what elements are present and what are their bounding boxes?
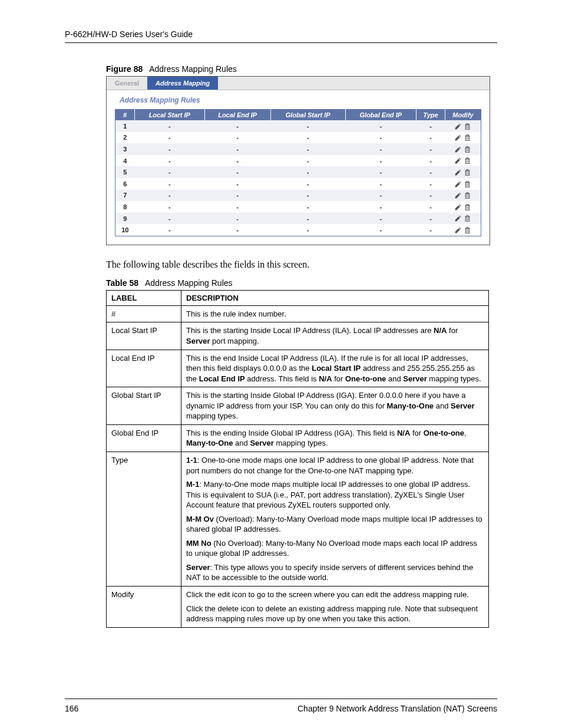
col-global-start-ip: Global Start IP bbox=[270, 110, 345, 121]
desc-index: This is the rule index number. bbox=[181, 305, 489, 322]
cell-global-end-ip: - bbox=[345, 201, 416, 213]
col-type: Type bbox=[416, 110, 445, 121]
tab-address-mapping[interactable]: Address Mapping bbox=[147, 77, 218, 90]
table-row: 3----- bbox=[115, 143, 481, 155]
table-caption: Table 58 Address Mapping Rules bbox=[106, 278, 497, 288]
cell-type: - bbox=[416, 120, 445, 132]
cell-local-start-ip: - bbox=[135, 120, 205, 132]
chapter-title: Chapter 9 Network Address Translation (N… bbox=[297, 704, 497, 713]
label-index: # bbox=[107, 305, 181, 322]
cell-type: - bbox=[416, 166, 445, 178]
cell-index: 3 bbox=[115, 143, 135, 155]
cell-local-end-ip: - bbox=[204, 132, 270, 144]
cell-type: - bbox=[416, 190, 445, 202]
edit-icon[interactable] bbox=[454, 123, 462, 130]
cell-modify bbox=[445, 132, 481, 144]
cell-modify bbox=[445, 178, 481, 190]
edit-icon[interactable] bbox=[454, 180, 462, 188]
delete-icon[interactable] bbox=[464, 180, 471, 188]
cell-type: - bbox=[416, 224, 445, 236]
cell-type: - bbox=[416, 178, 445, 190]
cell-local-end-ip: - bbox=[204, 224, 270, 236]
cell-local-end-ip: - bbox=[204, 166, 270, 178]
cell-type: - bbox=[416, 155, 445, 167]
svg-rect-9 bbox=[466, 229, 470, 233]
col-index: # bbox=[115, 110, 135, 121]
cell-local-start-ip: - bbox=[135, 190, 205, 202]
delete-icon[interactable] bbox=[464, 226, 471, 234]
edit-icon[interactable] bbox=[454, 134, 462, 141]
label-global-start-ip: Global Start IP bbox=[107, 387, 181, 425]
svg-rect-1 bbox=[466, 136, 470, 140]
delete-icon[interactable] bbox=[464, 169, 471, 176]
address-mapping-grid: # Local Start IP Local End IP Global Sta… bbox=[115, 109, 481, 236]
cell-local-start-ip: - bbox=[135, 166, 205, 178]
table-row: 9----- bbox=[115, 213, 481, 225]
figure-number: Figure 88 bbox=[106, 64, 143, 74]
svg-rect-7 bbox=[466, 206, 470, 210]
cell-local-end-ip: - bbox=[204, 120, 270, 132]
desc-modify: Click the edit icon to go to the screen … bbox=[181, 586, 489, 627]
cell-modify bbox=[445, 201, 481, 213]
desc-local-end-ip: This is the end Inside Local IP Address … bbox=[181, 350, 489, 387]
label-modify: Modify bbox=[107, 586, 181, 627]
cell-global-start-ip: - bbox=[270, 201, 345, 213]
figure-screenshot: General Address Mapping Address Mapping … bbox=[106, 76, 490, 245]
edit-icon[interactable] bbox=[454, 157, 462, 164]
desc-local-start-ip: This is the starting Inside Local IP Add… bbox=[181, 322, 489, 350]
cell-local-end-ip: - bbox=[204, 178, 270, 190]
cell-global-start-ip: - bbox=[270, 190, 345, 202]
cell-type: - bbox=[416, 143, 445, 155]
col-local-start-ip: Local Start IP bbox=[135, 110, 205, 121]
cell-local-start-ip: - bbox=[135, 201, 205, 213]
doc-header: P-662H/HW-D Series User's Guide bbox=[65, 29, 497, 43]
table-title: Address Mapping Rules bbox=[145, 278, 233, 288]
delete-icon[interactable] bbox=[464, 134, 471, 141]
delete-icon[interactable] bbox=[464, 146, 471, 153]
cell-modify bbox=[445, 190, 481, 202]
desc-global-start-ip: This is the starting Inside Global IP Ad… bbox=[181, 387, 489, 425]
col-global-end-ip: Global End IP bbox=[345, 110, 416, 121]
tab-general[interactable]: General bbox=[107, 77, 147, 90]
label-type: Type bbox=[107, 452, 181, 586]
cell-local-start-ip: - bbox=[135, 143, 205, 155]
edit-icon[interactable] bbox=[454, 226, 462, 234]
figure-title: Address Mapping Rules bbox=[149, 64, 237, 74]
cell-global-end-ip: - bbox=[345, 166, 416, 178]
cell-global-end-ip: - bbox=[345, 213, 416, 225]
table-row: 5----- bbox=[115, 166, 481, 178]
delete-icon[interactable] bbox=[464, 215, 471, 222]
delete-icon[interactable] bbox=[464, 157, 471, 164]
panel-title: Address Mapping Rules bbox=[107, 90, 490, 109]
table-row: 7----- bbox=[115, 190, 481, 202]
cell-modify bbox=[445, 155, 481, 167]
svg-rect-8 bbox=[466, 217, 470, 221]
edit-icon[interactable] bbox=[454, 192, 462, 199]
cell-local-end-ip: - bbox=[204, 213, 270, 225]
desc-global-end-ip: This is the ending Inside Global IP Addr… bbox=[181, 424, 489, 452]
delete-icon[interactable] bbox=[464, 123, 471, 130]
edit-icon[interactable] bbox=[454, 169, 462, 176]
delete-icon[interactable] bbox=[464, 192, 471, 199]
cell-index: 5 bbox=[115, 166, 135, 178]
page-number: 166 bbox=[65, 704, 78, 713]
delete-icon[interactable] bbox=[464, 203, 471, 211]
edit-icon[interactable] bbox=[454, 203, 462, 211]
svg-rect-4 bbox=[466, 171, 470, 175]
table-row: 4----- bbox=[115, 155, 481, 167]
cell-global-start-ip: - bbox=[270, 224, 345, 236]
cell-global-end-ip: - bbox=[345, 190, 416, 202]
cell-type: - bbox=[416, 201, 445, 213]
table-number: Table 58 bbox=[106, 278, 138, 288]
tab-bar: General Address Mapping bbox=[107, 77, 490, 90]
table-row: 10----- bbox=[115, 224, 481, 236]
cell-global-start-ip: - bbox=[270, 178, 345, 190]
cell-index: 7 bbox=[115, 190, 135, 202]
cell-global-end-ip: - bbox=[345, 224, 416, 236]
edit-icon[interactable] bbox=[454, 146, 462, 153]
edit-icon[interactable] bbox=[454, 215, 462, 222]
table-row: 6----- bbox=[115, 178, 481, 190]
page-footer: 166 Chapter 9 Network Address Translatio… bbox=[65, 699, 497, 713]
svg-rect-0 bbox=[466, 125, 470, 129]
cell-local-end-ip: - bbox=[204, 143, 270, 155]
